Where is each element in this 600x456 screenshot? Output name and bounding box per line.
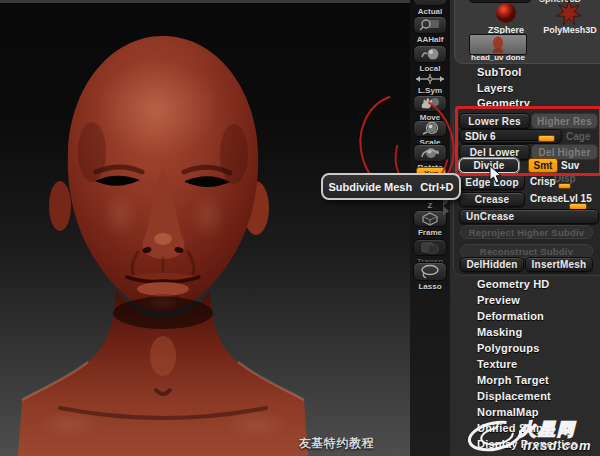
lsym-button[interactable]: L.Sym — [410, 73, 450, 95]
section-texture[interactable]: Texture — [477, 358, 517, 370]
lsym-label: L.Sym — [418, 86, 442, 95]
local-button[interactable]: Local — [410, 45, 450, 73]
aahalf-label: AAHalf — [417, 35, 444, 44]
section-displacement[interactable]: Displacement — [477, 390, 551, 402]
head-uv-thumbnail[interactable] — [469, 34, 527, 55]
uncrease-button[interactable]: UnCrease — [459, 209, 599, 224]
zbrush-window: 友基特约教程 www.ugee.com.cn Actual AAHalf Loc… — [0, 0, 600, 456]
polymesh3d-star-icon[interactable] — [556, 0, 582, 26]
sphere-pivot-icon — [413, 45, 447, 63]
higher-res-button: Higher Res — [531, 113, 598, 129]
section-preview[interactable]: Preview — [477, 294, 520, 306]
reconstruct-subdiv-button: Reconstruct Subdiv — [460, 244, 593, 258]
section-morph-target[interactable]: Morph Target — [477, 374, 549, 386]
lasso-button[interactable]: Lasso — [410, 262, 450, 291]
disp-handle[interactable] — [558, 183, 571, 189]
insertmesh-button[interactable]: InsertMesh — [525, 257, 593, 272]
ugee-watermark: 友基特约教程 www.ugee.com.cn — [299, 435, 450, 456]
reproject-higher-subdiv-button: Reproject Higher Subdiv — [460, 225, 593, 239]
tool-palette: head_uv done Sphere3D ZSphere PolyMesh3D… — [454, 0, 600, 64]
crease-button[interactable]: Crease — [459, 192, 525, 207]
cube-icon — [413, 210, 447, 227]
subdivide-mesh-tooltip: Subdivide Mesh Ctrl+D — [321, 173, 461, 200]
local-label: Local — [420, 64, 441, 73]
lower-res-button[interactable]: Lower Res — [459, 113, 530, 129]
section-unified-skin[interactable]: Unified Skin — [477, 422, 543, 434]
lasso-label: Lasso — [418, 282, 441, 291]
delhidden-button[interactable]: DelHidden — [460, 257, 524, 272]
sdiv-handle[interactable] — [538, 135, 555, 142]
section-normalmap[interactable]: NormalMap — [477, 406, 539, 418]
magnifier-doc-icon — [413, 16, 447, 34]
polymesh3d-label: PolyMesh3D — [539, 25, 600, 35]
actual-button[interactable]: Actual — [410, 0, 450, 16]
panel-divider-arrow[interactable] — [443, 206, 449, 216]
tool-panel: head_uv done Sphere3D ZSphere PolyMesh3D… — [450, 0, 600, 456]
lasso-icon — [413, 262, 447, 281]
hand-icon — [413, 95, 447, 112]
section-geometry-hd[interactable]: Geometry HD — [477, 278, 550, 290]
frame-label: Frame — [418, 228, 442, 237]
section-display-properties[interactable]: Display Properties — [477, 438, 577, 450]
rotate-sphere-icon — [413, 144, 447, 162]
tooltip-shortcut: Ctrl+D — [420, 181, 453, 193]
section-layers[interactable]: Layers — [477, 82, 514, 94]
canvas-top-edge — [0, 0, 450, 3]
section-masking[interactable]: Masking — [477, 326, 522, 338]
head-uv-thumbnail-label: head_uv done — [467, 53, 529, 62]
document-canvas[interactable]: 友基特约教程 www.ugee.com.cn — [0, 0, 450, 456]
tooltip-text: Subdivide Mesh — [328, 181, 412, 193]
divide-button[interactable]: Divide — [459, 158, 519, 173]
cage-button: Cage — [566, 131, 590, 142]
actual-icon — [413, 0, 447, 6]
head-model[interactable] — [0, 0, 450, 456]
symmetry-arrows-icon — [415, 73, 445, 85]
actual-label: Actual — [418, 7, 442, 16]
section-deformation[interactable]: Deformation — [477, 310, 544, 322]
zsphere-icon[interactable] — [495, 2, 517, 24]
sdiv-slider[interactable]: SDiv 6 — [459, 129, 562, 144]
section-subtool[interactable]: SubTool — [477, 66, 522, 78]
transparency-icon — [413, 239, 447, 256]
edge-loop-button[interactable]: Edge Loop — [459, 174, 525, 190]
smt-toggle[interactable]: Smt — [528, 158, 558, 173]
section-polygroups[interactable]: Polygroups — [477, 342, 540, 354]
crisp-toggle[interactable]: Crisp — [530, 176, 556, 187]
move-button[interactable]: Move — [410, 95, 450, 122]
magnifier-icon — [413, 120, 447, 137]
aahalf-button[interactable]: AAHalf — [410, 16, 450, 44]
suv-toggle[interactable]: Suv — [561, 160, 579, 171]
head-geometry — [18, 36, 308, 456]
right-shelf: Actual AAHalf Local L.Sym Move — [410, 0, 451, 456]
scale-button[interactable]: Scale — [410, 120, 450, 147]
